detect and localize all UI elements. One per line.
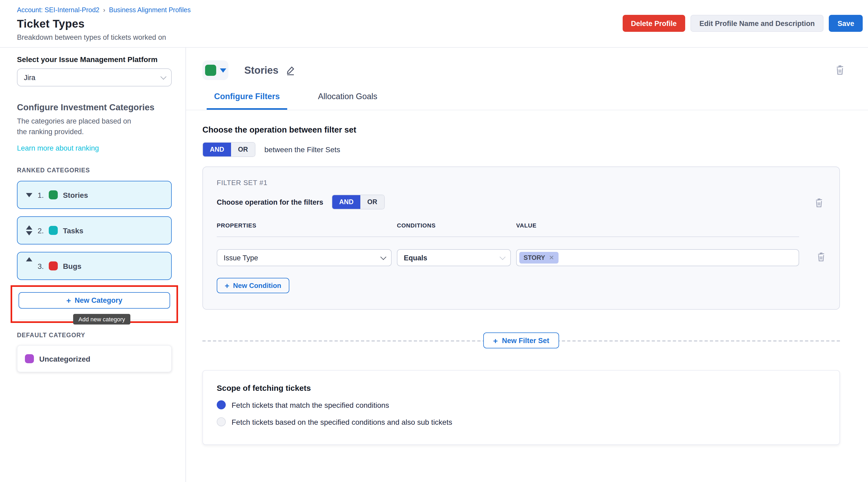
or-option[interactable]: OR bbox=[360, 195, 384, 209]
sort-down-icon[interactable] bbox=[25, 193, 33, 197]
sort-up-down-icon[interactable] bbox=[25, 225, 33, 235]
save-button[interactable]: Save bbox=[829, 15, 863, 32]
edit-pencil-icon[interactable] bbox=[285, 65, 296, 76]
chevron-down-icon bbox=[500, 254, 506, 260]
radio-selected-icon[interactable] bbox=[217, 400, 226, 409]
condition-select[interactable]: Equals bbox=[397, 249, 511, 266]
tab-bar: Configure Filters Allocation Goals bbox=[203, 92, 840, 110]
delete-category-trash-icon[interactable] bbox=[835, 65, 845, 77]
new-filter-set-divider: + New Filter Set bbox=[203, 332, 840, 349]
default-category-card[interactable]: Uncategorized bbox=[17, 345, 172, 372]
category-color-swatch bbox=[49, 226, 58, 235]
or-option[interactable]: OR bbox=[231, 143, 255, 156]
platform-select[interactable]: Jira bbox=[17, 68, 172, 86]
plus-icon: + bbox=[493, 336, 498, 344]
category-rank: 1. bbox=[38, 191, 44, 199]
scope-panel: Scope of fetching tickets Fetch tickets … bbox=[203, 370, 840, 445]
selected-color-swatch bbox=[205, 65, 216, 76]
tab-allocation-goals[interactable]: Allocation Goals bbox=[311, 92, 385, 110]
tab-configure-filters[interactable]: Configure Filters bbox=[207, 92, 287, 110]
header-actions: Delete Profile Edit Profile Name and Des… bbox=[622, 15, 863, 32]
category-name: Bugs bbox=[63, 262, 81, 270]
category-rank: 2. bbox=[38, 226, 44, 235]
new-category-button[interactable]: + New Category bbox=[19, 292, 170, 309]
radio-unselected-icon[interactable] bbox=[217, 417, 226, 426]
plus-icon: + bbox=[225, 281, 229, 290]
breadcrumb-profiles-link[interactable]: Business Alignment Profiles bbox=[109, 6, 191, 14]
category-color-picker[interactable] bbox=[203, 60, 228, 80]
chip-close-icon[interactable]: ✕ bbox=[549, 254, 554, 262]
category-color-swatch bbox=[49, 190, 58, 200]
platform-label: Select your Issue Management Platform bbox=[17, 55, 172, 64]
between-filter-sets-label: between the Filter Sets bbox=[265, 145, 340, 154]
learn-more-link[interactable]: Learn more about ranking bbox=[17, 144, 99, 152]
category-card-tasks[interactable]: 2. Tasks bbox=[17, 216, 172, 244]
property-select-value: Issue Type bbox=[224, 254, 258, 262]
investment-categories-description: The categories are placed based on the r… bbox=[17, 116, 138, 137]
filter-set-title: FILTER SET #1 bbox=[217, 179, 826, 187]
condition-select-value: Equals bbox=[404, 254, 427, 262]
page-header: Account: SEI-Internal-Prod2 › Business A… bbox=[0, 0, 868, 48]
scope-option-match[interactable]: Fetch tickets that match the specified c… bbox=[217, 400, 826, 409]
category-name: Uncategorized bbox=[39, 355, 90, 363]
category-card-bugs[interactable]: 3. Bugs bbox=[17, 252, 172, 280]
caret-down-icon bbox=[220, 68, 226, 72]
filters-operation-toggle[interactable]: AND OR bbox=[332, 194, 385, 209]
chevron-down-icon bbox=[380, 254, 386, 260]
page-subtitle: Breakdown between types of tickets worke… bbox=[17, 33, 849, 41]
operation-heading: Choose the operation between filter set bbox=[203, 125, 840, 135]
radio-label: Fetch tickets that match the specified c… bbox=[231, 401, 389, 409]
breadcrumb-separator: › bbox=[103, 6, 105, 14]
category-title: Stories bbox=[244, 64, 278, 76]
filter-set-panel: FILTER SET #1 Choose operation for the f… bbox=[203, 167, 840, 310]
value-input[interactable]: STORY ✕ bbox=[516, 249, 799, 266]
delete-condition-trash-icon[interactable] bbox=[816, 252, 826, 264]
category-name: Tasks bbox=[63, 226, 83, 235]
main-panel: Stories Conf bbox=[186, 48, 868, 482]
column-header-conditions: CONDITIONS bbox=[397, 222, 511, 229]
scope-heading: Scope of fetching tickets bbox=[217, 383, 826, 392]
category-color-swatch bbox=[49, 262, 58, 270]
new-condition-button[interactable]: + New Condition bbox=[217, 278, 289, 293]
investment-categories-title: Configure Investment Categories bbox=[17, 102, 172, 113]
breadcrumb: Account: SEI-Internal-Prod2 › Business A… bbox=[17, 6, 849, 14]
radio-label: Fetch tickets based on the specified con… bbox=[231, 418, 452, 426]
filters-operation-label: Choose operation for the filters bbox=[217, 198, 323, 206]
plus-icon: + bbox=[66, 296, 71, 304]
column-header-properties: PROPERTIES bbox=[217, 222, 392, 229]
edit-profile-button[interactable]: Edit Profile Name and Description bbox=[690, 15, 824, 32]
filter-set-operation-toggle[interactable]: AND OR bbox=[203, 142, 255, 157]
default-category-label: DEFAULT CATEGORY bbox=[17, 332, 172, 338]
app-window: Account: SEI-Internal-Prod2 › Business A… bbox=[0, 0, 868, 482]
delete-profile-button[interactable]: Delete Profile bbox=[622, 15, 685, 32]
chevron-down-icon bbox=[161, 74, 167, 80]
category-header: Stories bbox=[203, 60, 840, 80]
and-option[interactable]: AND bbox=[203, 143, 231, 156]
delete-filter-set-trash-icon[interactable] bbox=[814, 198, 824, 209]
property-select[interactable]: Issue Type bbox=[217, 249, 392, 266]
sort-up-icon[interactable] bbox=[25, 257, 33, 262]
new-filter-set-button[interactable]: + New Filter Set bbox=[484, 332, 559, 349]
value-chip: STORY ✕ bbox=[519, 252, 559, 264]
category-name: Stories bbox=[63, 191, 88, 199]
scope-option-sub-tickets[interactable]: Fetch tickets based on the specified con… bbox=[217, 417, 826, 426]
category-card-stories[interactable]: 1. Stories bbox=[17, 181, 172, 209]
ranked-categories-label: RANKED CATEGORIES bbox=[17, 167, 172, 173]
annotation-highlight-box: + New Category Add new category bbox=[10, 285, 178, 323]
column-header-value: VALUE bbox=[516, 222, 799, 229]
category-color-swatch bbox=[25, 354, 34, 363]
category-rank: 3. bbox=[38, 262, 44, 270]
sidebar: Select your Issue Management Platform Ji… bbox=[0, 48, 186, 482]
and-option[interactable]: AND bbox=[332, 195, 360, 209]
platform-select-value: Jira bbox=[24, 73, 35, 81]
breadcrumb-account-link[interactable]: Account: SEI-Internal-Prod2 bbox=[17, 6, 99, 14]
add-new-category-tooltip: Add new category bbox=[73, 314, 130, 325]
